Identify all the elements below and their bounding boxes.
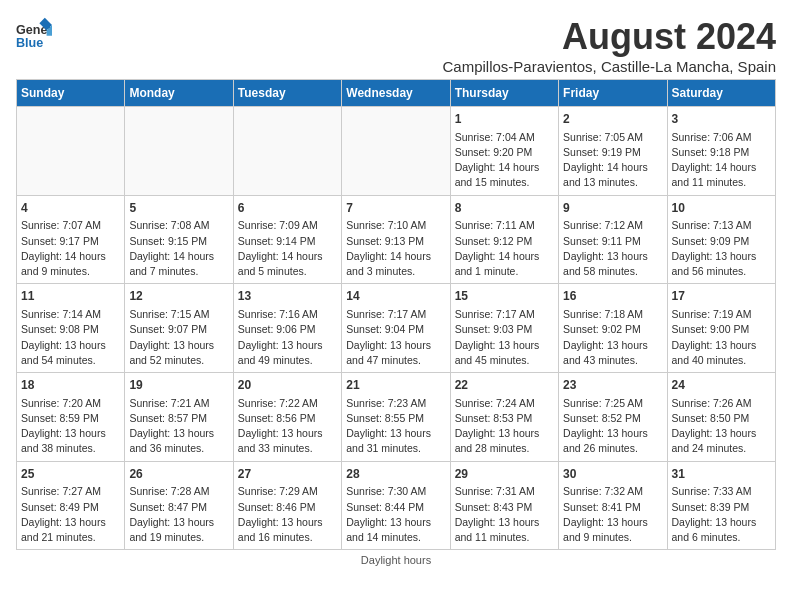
- day-info: Sunrise: 7:16 AMSunset: 9:06 PMDaylight:…: [238, 307, 337, 368]
- calendar-cell: 17Sunrise: 7:19 AMSunset: 9:00 PMDayligh…: [667, 284, 775, 373]
- logo-icon: General Blue: [16, 16, 52, 52]
- weekday-header-cell: Saturday: [667, 80, 775, 107]
- calendar-cell: 30Sunrise: 7:32 AMSunset: 8:41 PMDayligh…: [559, 461, 667, 550]
- calendar-cell: 27Sunrise: 7:29 AMSunset: 8:46 PMDayligh…: [233, 461, 341, 550]
- day-info: Sunrise: 7:27 AMSunset: 8:49 PMDaylight:…: [21, 484, 120, 545]
- day-number: 3: [672, 111, 771, 128]
- day-number: 25: [21, 466, 120, 483]
- calendar-cell: 26Sunrise: 7:28 AMSunset: 8:47 PMDayligh…: [125, 461, 233, 550]
- calendar-cell: 19Sunrise: 7:21 AMSunset: 8:57 PMDayligh…: [125, 373, 233, 462]
- day-number: 20: [238, 377, 337, 394]
- day-number: 11: [21, 288, 120, 305]
- calendar-cell: [17, 107, 125, 196]
- calendar-cell: 21Sunrise: 7:23 AMSunset: 8:55 PMDayligh…: [342, 373, 450, 462]
- calendar-cell: 15Sunrise: 7:17 AMSunset: 9:03 PMDayligh…: [450, 284, 558, 373]
- day-number: 8: [455, 200, 554, 217]
- calendar-cell: 12Sunrise: 7:15 AMSunset: 9:07 PMDayligh…: [125, 284, 233, 373]
- calendar-cell: 7Sunrise: 7:10 AMSunset: 9:13 PMDaylight…: [342, 195, 450, 284]
- day-number: 16: [563, 288, 662, 305]
- title-area: August 2024 Campillos-Paravientos, Casti…: [52, 16, 776, 75]
- day-number: 5: [129, 200, 228, 217]
- calendar-cell: 16Sunrise: 7:18 AMSunset: 9:02 PMDayligh…: [559, 284, 667, 373]
- day-info: Sunrise: 7:30 AMSunset: 8:44 PMDaylight:…: [346, 484, 445, 545]
- calendar-cell: 4Sunrise: 7:07 AMSunset: 9:17 PMDaylight…: [17, 195, 125, 284]
- weekday-header-cell: Tuesday: [233, 80, 341, 107]
- day-number: 30: [563, 466, 662, 483]
- day-info: Sunrise: 7:07 AMSunset: 9:17 PMDaylight:…: [21, 218, 120, 279]
- day-info: Sunrise: 7:05 AMSunset: 9:19 PMDaylight:…: [563, 130, 662, 191]
- day-number: 15: [455, 288, 554, 305]
- calendar-cell: [233, 107, 341, 196]
- day-number: 28: [346, 466, 445, 483]
- day-number: 26: [129, 466, 228, 483]
- footer-note: Daylight hours: [16, 554, 776, 566]
- day-info: Sunrise: 7:11 AMSunset: 9:12 PMDaylight:…: [455, 218, 554, 279]
- day-info: Sunrise: 7:10 AMSunset: 9:13 PMDaylight:…: [346, 218, 445, 279]
- day-number: 7: [346, 200, 445, 217]
- calendar: SundayMondayTuesdayWednesdayThursdayFrid…: [16, 79, 776, 550]
- day-number: 29: [455, 466, 554, 483]
- calendar-cell: 20Sunrise: 7:22 AMSunset: 8:56 PMDayligh…: [233, 373, 341, 462]
- day-info: Sunrise: 7:13 AMSunset: 9:09 PMDaylight:…: [672, 218, 771, 279]
- day-info: Sunrise: 7:12 AMSunset: 9:11 PMDaylight:…: [563, 218, 662, 279]
- day-number: 22: [455, 377, 554, 394]
- calendar-cell: 8Sunrise: 7:11 AMSunset: 9:12 PMDaylight…: [450, 195, 558, 284]
- calendar-cell: 3Sunrise: 7:06 AMSunset: 9:18 PMDaylight…: [667, 107, 775, 196]
- day-info: Sunrise: 7:17 AMSunset: 9:03 PMDaylight:…: [455, 307, 554, 368]
- calendar-cell: [125, 107, 233, 196]
- logo: General Blue: [16, 16, 52, 52]
- day-info: Sunrise: 7:08 AMSunset: 9:15 PMDaylight:…: [129, 218, 228, 279]
- day-info: Sunrise: 7:24 AMSunset: 8:53 PMDaylight:…: [455, 396, 554, 457]
- day-info: Sunrise: 7:33 AMSunset: 8:39 PMDaylight:…: [672, 484, 771, 545]
- calendar-cell: 2Sunrise: 7:05 AMSunset: 9:19 PMDaylight…: [559, 107, 667, 196]
- weekday-header-cell: Wednesday: [342, 80, 450, 107]
- weekday-header-cell: Monday: [125, 80, 233, 107]
- main-title: August 2024: [52, 16, 776, 58]
- day-info: Sunrise: 7:17 AMSunset: 9:04 PMDaylight:…: [346, 307, 445, 368]
- day-number: 10: [672, 200, 771, 217]
- day-number: 1: [455, 111, 554, 128]
- subtitle: Campillos-Paravientos, Castille-La Manch…: [52, 58, 776, 75]
- calendar-cell: 25Sunrise: 7:27 AMSunset: 8:49 PMDayligh…: [17, 461, 125, 550]
- day-number: 21: [346, 377, 445, 394]
- calendar-cell: 28Sunrise: 7:30 AMSunset: 8:44 PMDayligh…: [342, 461, 450, 550]
- day-number: 27: [238, 466, 337, 483]
- calendar-cell: [342, 107, 450, 196]
- day-info: Sunrise: 7:28 AMSunset: 8:47 PMDaylight:…: [129, 484, 228, 545]
- day-info: Sunrise: 7:15 AMSunset: 9:07 PMDaylight:…: [129, 307, 228, 368]
- day-info: Sunrise: 7:23 AMSunset: 8:55 PMDaylight:…: [346, 396, 445, 457]
- calendar-cell: 31Sunrise: 7:33 AMSunset: 8:39 PMDayligh…: [667, 461, 775, 550]
- calendar-cell: 24Sunrise: 7:26 AMSunset: 8:50 PMDayligh…: [667, 373, 775, 462]
- day-info: Sunrise: 7:18 AMSunset: 9:02 PMDaylight:…: [563, 307, 662, 368]
- calendar-cell: 11Sunrise: 7:14 AMSunset: 9:08 PMDayligh…: [17, 284, 125, 373]
- day-info: Sunrise: 7:31 AMSunset: 8:43 PMDaylight:…: [455, 484, 554, 545]
- day-number: 6: [238, 200, 337, 217]
- calendar-cell: 9Sunrise: 7:12 AMSunset: 9:11 PMDaylight…: [559, 195, 667, 284]
- day-number: 24: [672, 377, 771, 394]
- calendar-cell: 10Sunrise: 7:13 AMSunset: 9:09 PMDayligh…: [667, 195, 775, 284]
- day-info: Sunrise: 7:26 AMSunset: 8:50 PMDaylight:…: [672, 396, 771, 457]
- day-info: Sunrise: 7:22 AMSunset: 8:56 PMDaylight:…: [238, 396, 337, 457]
- weekday-header-cell: Friday: [559, 80, 667, 107]
- calendar-cell: 23Sunrise: 7:25 AMSunset: 8:52 PMDayligh…: [559, 373, 667, 462]
- day-info: Sunrise: 7:19 AMSunset: 9:00 PMDaylight:…: [672, 307, 771, 368]
- calendar-cell: 6Sunrise: 7:09 AMSunset: 9:14 PMDaylight…: [233, 195, 341, 284]
- day-number: 9: [563, 200, 662, 217]
- svg-text:Blue: Blue: [16, 36, 43, 50]
- weekday-header-cell: Sunday: [17, 80, 125, 107]
- calendar-cell: 29Sunrise: 7:31 AMSunset: 8:43 PMDayligh…: [450, 461, 558, 550]
- day-number: 23: [563, 377, 662, 394]
- day-number: 19: [129, 377, 228, 394]
- day-number: 13: [238, 288, 337, 305]
- day-number: 12: [129, 288, 228, 305]
- day-number: 17: [672, 288, 771, 305]
- day-number: 4: [21, 200, 120, 217]
- calendar-cell: 22Sunrise: 7:24 AMSunset: 8:53 PMDayligh…: [450, 373, 558, 462]
- calendar-cell: 14Sunrise: 7:17 AMSunset: 9:04 PMDayligh…: [342, 284, 450, 373]
- day-info: Sunrise: 7:29 AMSunset: 8:46 PMDaylight:…: [238, 484, 337, 545]
- calendar-cell: 5Sunrise: 7:08 AMSunset: 9:15 PMDaylight…: [125, 195, 233, 284]
- calendar-cell: 18Sunrise: 7:20 AMSunset: 8:59 PMDayligh…: [17, 373, 125, 462]
- day-info: Sunrise: 7:09 AMSunset: 9:14 PMDaylight:…: [238, 218, 337, 279]
- day-info: Sunrise: 7:25 AMSunset: 8:52 PMDaylight:…: [563, 396, 662, 457]
- day-info: Sunrise: 7:20 AMSunset: 8:59 PMDaylight:…: [21, 396, 120, 457]
